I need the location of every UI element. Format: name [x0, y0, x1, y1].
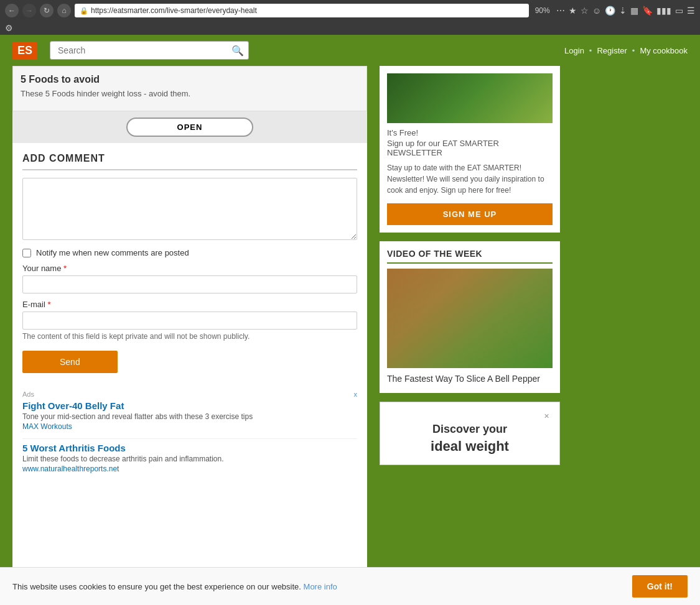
video-thumb-overlay — [387, 269, 553, 368]
ads-close-button[interactable]: x — [354, 390, 358, 398]
copy-icon: ▦ — [630, 6, 638, 16]
cookie-more-info-link[interactable]: More info — [304, 582, 337, 591]
bookmark-icon: 🔖 — [642, 6, 653, 16]
your-name-input[interactable] — [22, 275, 357, 293]
newsletter-widget: It's Free! Sign up for our EAT SMARTER N… — [380, 66, 560, 233]
email-required: * — [47, 300, 50, 309]
ads-label: Ads x — [22, 390, 357, 398]
sign-up-button[interactable]: SIGN ME UP — [387, 203, 553, 225]
site-logo[interactable]: ES — [12, 42, 37, 60]
search-input[interactable] — [50, 41, 249, 60]
lock-icon: 🔒 — [80, 7, 88, 15]
search-bar: 🔍 — [50, 41, 249, 60]
cookie-banner: This website uses cookies to ensure you … — [0, 567, 700, 605]
comment-textarea[interactable] — [22, 178, 357, 240]
ad-item-2: 5 Worst Arthritis Foods Limit these food… — [22, 443, 357, 473]
video-thumbnail[interactable] — [387, 269, 553, 368]
video-widget: VIDEO OF THE WEEK The Fastest Way To Sli… — [380, 241, 560, 393]
browser-toolbar: ← → ↻ ⌂ 🔒 https://eatsmarter.com/live-sm… — [0, 0, 700, 21]
ad2-title[interactable]: 5 Worst Arthritis Foods — [22, 443, 357, 453]
forward-button[interactable]: → — [22, 4, 36, 17]
your-name-label: Your name * — [22, 264, 357, 273]
open-button[interactable]: OPEN — [126, 118, 254, 137]
ad1-title[interactable]: Fight Over-40 Belly Fat — [22, 400, 357, 411]
side-ad-close-icon[interactable]: ✕ — [544, 412, 549, 420]
home-button[interactable]: ⌂ — [57, 4, 71, 17]
side-ad-line1: Discover your — [390, 423, 549, 436]
ad2-source[interactable]: www.naturalhealthreports.net — [22, 464, 357, 473]
site-nav: Login • Register • My cookbook — [564, 46, 688, 55]
sidebar-toggle-icon[interactable]: ▭ — [675, 6, 683, 16]
my-cookbook-link[interactable]: My cookbook — [640, 46, 688, 55]
ad1-source[interactable]: MAX Workouts — [22, 422, 357, 431]
page-wrapper: 5 Foods to avoid These 5 Foods hinder we… — [0, 66, 700, 605]
email-hint: The content of this field is kept privat… — [22, 332, 357, 341]
email-input[interactable] — [22, 312, 357, 330]
comment-section: ADD COMMENT Notify me when new comments … — [12, 143, 367, 383]
user-icon[interactable]: ☺ — [592, 6, 601, 16]
register-link[interactable]: Register — [597, 46, 627, 55]
side-ad-line2: ideal weight — [390, 438, 549, 455]
browser-toolbar2: ⚙ — [0, 21, 700, 35]
zoom-level: 90% — [533, 6, 553, 15]
ad2-description: Limit these foods to decrease arthritis … — [22, 455, 357, 463]
site-header: ES 🔍 Login • Register • My cookbook — [0, 35, 700, 66]
newsletter-thumbnail — [387, 73, 553, 123]
notify-label: Notify me when new comments are posted — [36, 248, 189, 257]
main-content: 5 Foods to avoid These 5 Foods hinder we… — [12, 66, 367, 605]
newsletter-free-label: It's Free! — [387, 128, 553, 137]
settings-icon[interactable]: ⚙ — [5, 23, 13, 33]
menu-dots-icon[interactable]: ⋯ — [556, 6, 565, 16]
back-button[interactable]: ← — [5, 4, 19, 17]
side-ad-close-button: ✕ — [390, 412, 549, 420]
video-caption[interactable]: The Fastest Way To Slice A Bell Pepper — [387, 373, 553, 386]
notify-row: Notify me when new comments are posted — [22, 248, 357, 257]
newsletter-description: Stay up to date with the EAT SMARTER! Ne… — [387, 162, 553, 196]
video-section-title: VIDEO OF THE WEEK — [387, 249, 553, 264]
send-button[interactable]: Send — [22, 351, 118, 373]
address-bar[interactable]: 🔒 https://eatsmarter.com/live-smarter/ev… — [75, 4, 529, 17]
hamburger-icon[interactable]: ☰ — [687, 6, 695, 16]
ad-item-1: Fight Over-40 Belly Fat Tone your mid-se… — [22, 400, 357, 431]
ad-box-description: These 5 Foods hinder weight loss - avoid… — [21, 89, 359, 98]
browser-icons: ⋯ ★ ☆ ☺ 🕐 ⇣ ▦ 🔖 ▮▮▮ ▭ ☰ — [556, 6, 695, 16]
shield-icon: ★ — [569, 6, 577, 16]
email-field-group: E-mail * The content of this field is ke… — [22, 300, 357, 341]
ad-box-title: 5 Foods to avoid — [21, 74, 359, 85]
ad1-description: Tone your mid-section and reveal flatter… — [22, 412, 357, 421]
library-icon: ▮▮▮ — [656, 6, 671, 16]
nav-dot1: • — [589, 46, 592, 55]
open-btn-wrap: OPEN — [12, 111, 367, 143]
your-name-field-group: Your name * — [22, 264, 357, 293]
cookie-text: This website uses cookies to ensure you … — [12, 582, 626, 591]
refresh-button[interactable]: ↻ — [40, 4, 54, 17]
star-icon[interactable]: ☆ — [581, 6, 589, 16]
side-advertisement: ✕ Discover your ideal weight — [380, 402, 560, 465]
download-icon: ⇣ — [619, 6, 627, 16]
login-link[interactable]: Login — [564, 46, 584, 55]
newsletter-title: Sign up for our EAT SMARTER NEWSLETTER — [387, 139, 553, 157]
add-comment-heading: ADD COMMENT — [22, 153, 357, 170]
cookie-accept-button[interactable]: Got it! — [632, 575, 688, 598]
clock-icon: 🕐 — [605, 6, 615, 16]
your-name-required: * — [63, 264, 67, 273]
ad-box: 5 Foods to avoid These 5 Foods hinder we… — [12, 66, 367, 111]
sidebar: It's Free! Sign up for our EAT SMARTER N… — [380, 66, 560, 605]
notify-checkbox[interactable] — [22, 249, 31, 257]
nav-dot2: • — [632, 46, 635, 55]
ad-divider — [22, 438, 357, 439]
ads-section: Ads x Fight Over-40 Belly Fat Tone your … — [12, 383, 367, 488]
email-label: E-mail * — [22, 300, 357, 309]
search-icon-button[interactable]: 🔍 — [231, 45, 244, 57]
url-text: https://eatsmarter.com/live-smarter/ever… — [91, 6, 257, 15]
